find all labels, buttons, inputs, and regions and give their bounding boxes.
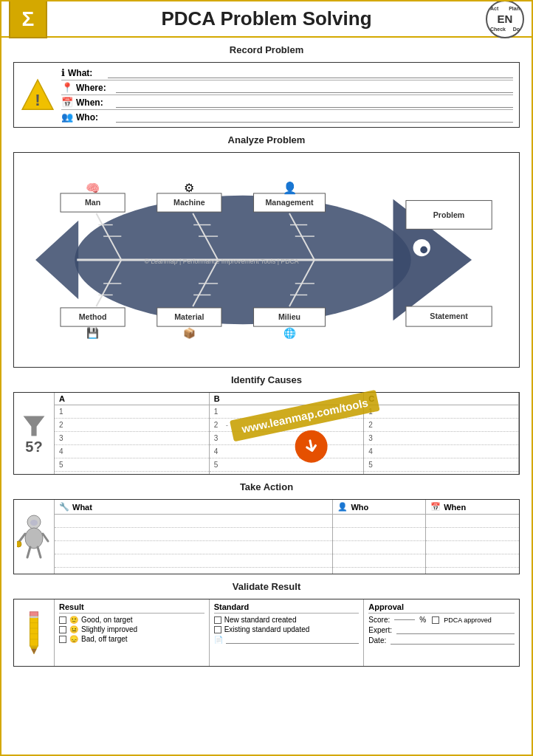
action-who-header: 👤 Who [333, 500, 426, 514]
cause-header-b: B [210, 393, 364, 405]
svg-point-6 [420, 247, 427, 254]
cause-row-b2: 2- [210, 419, 364, 432]
date-field[interactable] [391, 636, 515, 645]
doc-line[interactable] [226, 635, 360, 644]
validate-grid: Result 🙂 Good, on target 😐 Slightly impr… [55, 599, 519, 666]
action-when-col [426, 515, 519, 574]
badge-do: Do [513, 27, 520, 32]
score-unit: % [419, 616, 426, 624]
fishbone-svg: Man Machine Management 🧠 ⚙ 👤 Method [14, 153, 519, 367]
svg-rect-58 [30, 614, 38, 646]
validate-result-title: Validate Result [7, 579, 526, 594]
date-label: Date: [368, 636, 386, 645]
chk-good[interactable] [59, 616, 66, 624]
cause-row-a4: 4 [55, 445, 209, 458]
cause-header-c: C [364, 393, 518, 405]
cause-row-b1: 1 [210, 405, 364, 419]
svg-text:Machine: Machine [173, 198, 205, 207]
svg-marker-49 [24, 416, 45, 436]
header: Σ PDCA Problem Solving Act Plan EN Check… [1, 1, 532, 38]
take-action-title: Take Action [7, 479, 526, 495]
bad-emoji: 😞 [69, 635, 78, 643]
svg-marker-2 [35, 221, 78, 300]
pin-icon: 📍 [61, 82, 73, 93]
cause-row-a3: 3 [55, 432, 209, 445]
approval-score: Score: % PDCA approved [368, 616, 515, 624]
result-col-title: Result [59, 602, 204, 614]
cause-row-a5: 5 [55, 458, 209, 472]
badge-act: Act [490, 6, 498, 11]
svg-text:Milieu: Milieu [278, 312, 300, 321]
funnel-icon [21, 412, 47, 439]
score-field[interactable] [394, 619, 415, 620]
what-line[interactable] [108, 68, 513, 78]
analyze-problem-title: Analyze Problem [7, 132, 526, 148]
validate-result-section: Result 🙂 Good, on target 😐 Slightly impr… [13, 599, 520, 667]
when-line[interactable] [116, 97, 513, 108]
badge-plan: Plan [509, 6, 520, 11]
when-label: When: [76, 97, 113, 108]
svg-line-56 [38, 547, 41, 557]
cal-icon: 📅 [430, 502, 441, 512]
field-what: ℹ What: [61, 66, 513, 80]
causes-icon-col: 5? [14, 393, 55, 474]
cause-col-b: B 1 2- 3 4 5 [210, 393, 365, 474]
cause-row-c5: 5 [364, 458, 518, 472]
pencil-icon [21, 609, 47, 657]
identify-causes-title: Identify Causes [7, 372, 526, 388]
who-line[interactable] [116, 112, 513, 123]
approval-col-title: Approval [368, 602, 515, 614]
action-what-col [55, 515, 333, 574]
fishbone-diagram: Man Machine Management 🧠 ⚙ 👤 Method [14, 153, 519, 367]
record-problem-section: ! ℹ What: 📍 Where: 📅 When: [13, 62, 520, 128]
person-icon: 👤 [337, 502, 348, 512]
new-std-label: New standard created [224, 616, 297, 624]
svg-rect-59 [30, 611, 38, 616]
badge-check: Check [490, 27, 506, 32]
people-icon: 👥 [61, 111, 73, 123]
field-where: 📍 Where: [61, 80, 513, 95]
what-label: What: [68, 68, 105, 78]
calendar-icon: 📅 [61, 97, 73, 108]
who-label: Who: [76, 112, 113, 123]
svg-text:⚙: ⚙ [184, 182, 194, 194]
validate-result-col: Result 🙂 Good, on target 😐 Slightly impr… [55, 599, 210, 666]
chk-approved[interactable] [432, 616, 439, 624]
result-slightly: 😐 Slightly improved [59, 625, 204, 633]
svg-marker-62 [31, 648, 36, 653]
cause-row-b3: 3 [210, 432, 364, 445]
bad-label: Bad, off target [81, 635, 128, 643]
chk-bad[interactable] [59, 636, 66, 643]
score-label: Score: [368, 616, 390, 624]
five-why-label: 5? [25, 439, 42, 456]
standard-col-title: Standard [214, 602, 360, 614]
record-problem-title: Record Problem [7, 42, 526, 58]
validate-approval-col: Approval Score: % PDCA approved Expert: … [364, 599, 519, 666]
slightly-label: Slightly improved [81, 625, 137, 633]
svg-text:© Leanmap | Performance Improv: © Leanmap | Performance Improvement Tool… [144, 258, 298, 265]
action-what-header: 🔧 What [55, 500, 333, 514]
svg-text:Material: Material [174, 312, 204, 321]
action-when-header: 📅 When [426, 500, 519, 514]
causes-grid: A 1 2 3 4 5 B 1 2- 3 4 5 C [55, 393, 519, 474]
chk-slightly[interactable] [59, 626, 66, 633]
svg-line-54 [43, 534, 48, 541]
approved-label: PDCA approved [444, 616, 492, 624]
doc-icon: 📄 [214, 636, 223, 644]
expert-label: Expert: [368, 626, 392, 634]
action-header: 🔧 What 👤 Who 📅 When [55, 500, 519, 515]
svg-text:💾: 💾 [86, 327, 99, 340]
svg-line-55 [27, 547, 30, 557]
cause-row-b4: 4 [210, 445, 364, 458]
approval-expert: Expert: [368, 625, 515, 634]
action-icon-col [14, 500, 55, 574]
existing-std-label: Existing standard updated [224, 625, 310, 633]
validate-body: Result 🙂 Good, on target 😐 Slightly impr… [14, 599, 519, 666]
chk-existing-std[interactable] [214, 626, 221, 633]
expert-field[interactable] [396, 625, 515, 634]
cause-row-a2: 2 [55, 419, 209, 432]
where-line[interactable] [116, 83, 513, 93]
svg-point-51 [25, 528, 43, 549]
field-who: 👥 Who: [61, 110, 513, 124]
chk-new-std[interactable] [214, 616, 221, 624]
